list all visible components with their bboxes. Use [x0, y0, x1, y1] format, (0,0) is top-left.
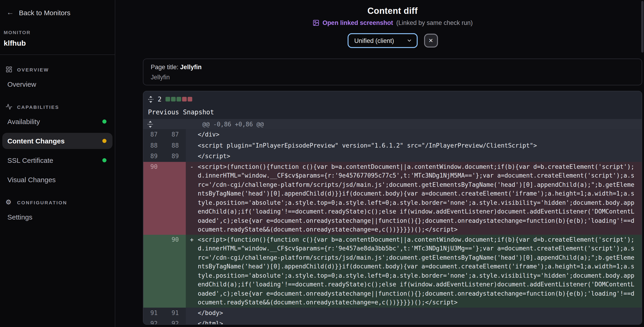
code-text: <script>(function(){function c(){var b=a…: [198, 162, 634, 234]
diff-prefix: [186, 140, 198, 151]
code-text: </script>: [198, 151, 634, 162]
content-diff-header: Content diff Open linked screenshot (Lin…: [143, 0, 642, 48]
stat-square: [166, 97, 170, 102]
monitor-name: klfhub: [4, 39, 115, 48]
diff-line: 91 91 </body>: [143, 307, 642, 318]
sidebar-item-label: Availability: [8, 118, 40, 125]
page-title-label: Page title:: [151, 64, 180, 71]
app-root: ← Back to Monitors MONITOR klfhub OVERVI…: [0, 0, 644, 327]
code-text: </div>: [198, 129, 634, 140]
diff-line: 87 87 </div>: [143, 129, 642, 140]
gear-icon: ⚙: [6, 199, 12, 206]
old-line-number: 92: [143, 318, 164, 325]
section-label: CAPABILITIES: [17, 104, 59, 110]
section-header-capabilities: CAPABILITIES: [0, 103, 115, 110]
old-line-number: [143, 234, 164, 307]
monitor-section-label: MONITOR: [4, 30, 115, 35]
diff-line: 88 88 <script plugin="InPlayerEpisodePre…: [143, 140, 642, 151]
unfold-icon[interactable]: [148, 121, 153, 128]
section-header-configuration: ⚙ CONFIGURATION: [0, 199, 115, 206]
new-line-number: [164, 162, 186, 234]
section-header-overview: OVERVIEW: [0, 66, 115, 73]
diff-view-select-value: Unified (client): [354, 37, 394, 44]
sidebar-item-label: Content Changes: [8, 137, 64, 145]
sidebar-divider: [0, 55, 115, 55]
old-line-number: 91: [143, 307, 164, 318]
old-line-number: 87: [143, 129, 164, 140]
diff-prefix: [186, 129, 198, 140]
sidebar-item-overview[interactable]: Overview: [2, 76, 112, 92]
diff-prefix: [186, 318, 198, 325]
diff-controls: Unified (client) ×: [143, 33, 642, 48]
close-button[interactable]: ×: [424, 34, 438, 48]
diff-line: 92 92 </html>: [143, 318, 642, 325]
image-icon: [312, 19, 319, 26]
sidebar-section-configuration: ⚙ CONFIGURATION Settings: [0, 199, 115, 225]
stat-square: [177, 97, 182, 102]
new-line-number: 88: [164, 140, 186, 151]
section-label: OVERVIEW: [17, 67, 49, 72]
new-line-number: 92: [164, 318, 186, 325]
hunk-header-text: @@ -0,86 +0,86 @@: [202, 121, 264, 128]
stat-square: [188, 97, 192, 102]
diff-prefix: [186, 307, 198, 318]
main-content: Content diff Open linked screenshot (Lin…: [143, 0, 642, 48]
old-line-number: 88: [143, 140, 164, 151]
snapshot-label: Previous Snapshot: [143, 105, 642, 119]
back-arrow-icon: ←: [6, 8, 14, 17]
diff-stat-squares: [166, 97, 192, 102]
diff-prefix: -: [186, 162, 198, 234]
diff-line-removed: 90 - <script>(function(){function c(){va…: [143, 162, 642, 234]
unfold-icon[interactable]: [148, 96, 154, 103]
dashboard-icon: [6, 66, 12, 73]
old-line-number: 89: [143, 151, 164, 162]
new-line-number: 87: [164, 129, 186, 140]
sidebar-section-capabilities: CAPABILITIES Availability Content Change…: [0, 103, 115, 188]
sidebar-item-ssl-certificate[interactable]: SSL Certificate: [2, 152, 112, 168]
back-to-monitors-link[interactable]: ← Back to Monitors: [0, 0, 115, 17]
code-text: <script plugin="InPlayerEpisodePreview" …: [198, 140, 634, 151]
sidebar-item-label: Settings: [8, 213, 32, 221]
hunk-header-row: @@ -0,86 +0,86 @@: [143, 119, 642, 129]
page-title: Content diff: [143, 6, 642, 16]
page-title-card: Page title: Jellyfin Jellyfin: [143, 59, 642, 85]
page-title-previous-value: Jellyfin: [151, 74, 634, 81]
sidebar-item-label: Visual Changes: [8, 176, 56, 184]
sidebar: ← Back to Monitors MONITOR klfhub OVERVI…: [0, 0, 115, 327]
back-to-monitors-label: Back to Monitors: [19, 9, 70, 16]
sidebar-item-label: SSL Certificate: [8, 156, 53, 164]
new-line-number: 91: [164, 307, 186, 318]
close-icon: ×: [429, 37, 433, 44]
section-label: CONFIGURATION: [17, 199, 67, 205]
linked-note: (Linked by same check run): [396, 19, 473, 26]
sidebar-item-settings[interactable]: Settings: [2, 209, 112, 225]
page-title-current-value: Jellyfin: [180, 64, 202, 71]
new-line-number: 90: [164, 234, 186, 307]
linked-screenshot-row: Open linked screenshot (Linked by same c…: [143, 19, 642, 26]
status-dot: [102, 158, 106, 162]
sidebar-item-content-changes[interactable]: Content Changes: [2, 133, 112, 149]
scrollbar[interactable]: [641, 1, 644, 53]
code-text: <script>(function(){function c(){var b=a…: [198, 234, 634, 307]
status-dot: [102, 119, 106, 124]
sidebar-item-visual-changes[interactable]: Visual Changes: [2, 172, 112, 188]
status-dot: [102, 139, 106, 143]
diff-line-added: 90 + <script>(function(){function c(){va…: [143, 234, 642, 307]
sidebar-item-label: Overview: [8, 80, 36, 88]
diff-prefix: +: [186, 234, 198, 307]
page-title-current-row: Page title: Jellyfin: [151, 64, 634, 71]
diff-view-select[interactable]: Unified (client): [347, 33, 418, 48]
change-count: 2: [158, 96, 162, 103]
diff-panel: 2 Previous Snapshot @@ -0,86 +0,86 @@: [143, 91, 642, 325]
open-linked-screenshot-link[interactable]: Open linked screenshot: [322, 19, 393, 26]
activity-icon: [6, 103, 12, 110]
sidebar-item-availability[interactable]: Availability: [2, 113, 112, 130]
code-text: </body>: [198, 307, 634, 318]
diff-panel-header: 2: [143, 91, 642, 105]
stat-square: [182, 97, 187, 102]
new-line-number: 89: [164, 151, 186, 162]
sidebar-section-overview: OVERVIEW Overview: [0, 66, 115, 92]
diff-line: 89 89 </script>: [143, 151, 642, 162]
stat-square: [171, 97, 176, 102]
old-line-number: 90: [143, 162, 164, 234]
